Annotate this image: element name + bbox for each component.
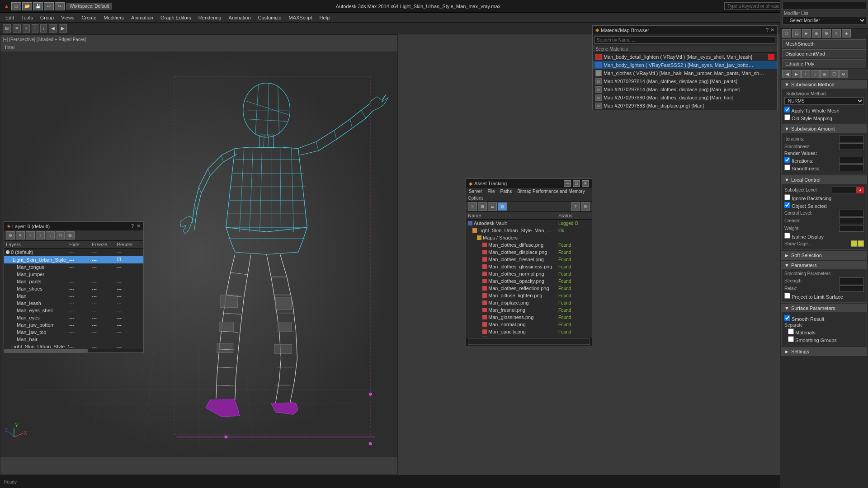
rp-surface-params-header[interactable]: ▼ Surface Parameters	[782, 304, 867, 312]
modifier-meshsmooth[interactable]: MeshSmooth	[782, 39, 866, 48]
menu-graph-editors[interactable]: Graph Editors	[157, 14, 195, 21]
menu-animation2[interactable]: Animation	[225, 14, 255, 21]
menu-views[interactable]: Views	[57, 14, 78, 21]
layer-tb-move[interactable]: ⊞	[66, 231, 75, 239]
rp-smooth-result-label[interactable]: Smooth Result	[784, 316, 824, 322]
viewport-tool-3[interactable]: +	[23, 24, 30, 33]
rp-project-limit-checkbox[interactable]	[784, 293, 790, 299]
rp-old-style-label[interactable]: Old Style Mapping	[784, 116, 832, 121]
at-row-file[interactable]: Light_Skin_Urban_Style_Man_max_vray.max …	[466, 227, 592, 234]
viewport-tool-2[interactable]: ✕	[13, 24, 21, 33]
layer-row-13[interactable]: Light_Skin_Urban_Style_Man ---------	[4, 343, 143, 348]
open-btn[interactable]: 📂	[22, 2, 32, 10]
layer-row-3[interactable]: Man_jumper ---------	[4, 271, 143, 278]
layer-scrollbar[interactable]	[4, 349, 143, 352]
layer-tb-add[interactable]: +	[26, 231, 35, 239]
rp-ignore-backfacing-label[interactable]: Ignore Backfacing	[784, 196, 831, 201]
layer-tb-delete[interactable]: ✕	[16, 231, 25, 239]
rp-nav-7[interactable]: ⊗	[839, 70, 848, 78]
rp-project-limit-label[interactable]: Project to Limit Surface	[784, 294, 843, 300]
rp-icon-modifier[interactable]: ≡	[832, 29, 841, 38]
at-tb-help[interactable]: ?	[571, 202, 580, 211]
menu-tools[interactable]: Tools	[18, 14, 37, 21]
rp-apply-mesh-label[interactable]: Apply To Whole Mesh	[784, 108, 840, 113]
rp-subobject-btn[interactable]: ▲	[857, 187, 864, 193]
rp-render-iter-checkbox[interactable]	[784, 157, 790, 163]
layer-row-10[interactable]: Man_jaw_bottom ---------	[4, 321, 143, 328]
menu-group[interactable]: Group	[37, 14, 58, 21]
modifier-displacement[interactable]: DisplacementMod	[782, 49, 866, 58]
menu-edit[interactable]: Edit	[2, 14, 18, 21]
menu-rendering[interactable]: Rendering	[195, 14, 225, 21]
layer-row-12[interactable]: Man_hair ---------	[4, 336, 143, 343]
layer-tb-up[interactable]: ↑	[36, 231, 45, 239]
layer-row-11[interactable]: Man_jaw_top ---------	[4, 328, 143, 336]
viewport-tool-7[interactable]: ▶	[59, 24, 67, 33]
rp-control-level-input[interactable]: 0	[839, 210, 864, 216]
rp-render-smooth-input[interactable]: 2.0	[839, 164, 864, 171]
at-row-6[interactable]: Man_clothes_glossiness.png Found	[466, 263, 592, 270]
menu-create[interactable]: Create	[78, 14, 100, 21]
at-row-10[interactable]: Man_diffuse_lighten.png Found	[466, 292, 592, 299]
layer-row-6[interactable]: Man ---------	[4, 292, 143, 300]
rp-icon-utilities[interactable]: ⚙	[822, 29, 831, 38]
rp-modifier-dropdown[interactable]: -- Select Modifier --	[782, 17, 866, 24]
rp-iterations-input[interactable]: 0	[839, 136, 864, 142]
rp-weight-input[interactable]: 1.0	[839, 225, 864, 232]
at-close-btn[interactable]: ✕	[582, 180, 589, 187]
at-tb-4[interactable]: ▦	[498, 202, 507, 211]
at-menu-server[interactable]: Server	[466, 188, 485, 195]
layer-close-btn[interactable]: ✕	[137, 223, 141, 229]
rp-isoline-checkbox[interactable]	[784, 233, 790, 239]
rp-subdivision-method-header[interactable]: ▼ Subdivision Method	[782, 80, 867, 89]
at-row-4[interactable]: Man_clothes_displace.png Found	[466, 249, 592, 256]
workspace-selector[interactable]: Workspace: Default	[66, 3, 112, 9]
rp-nav-4[interactable]: ↓	[811, 70, 820, 78]
mb-search-input[interactable]	[594, 36, 775, 44]
mb-item-3[interactable]: Man_clothes ( VRayMtl ) [Man_hair, Man_j…	[593, 69, 777, 77]
at-tb-1[interactable]: ≡	[468, 202, 477, 211]
layer-tb-select[interactable]: ◻	[56, 231, 65, 239]
at-tb-3[interactable]: ☰	[488, 202, 497, 211]
at-row-15[interactable]: Man_opacity.png Found	[466, 328, 592, 335]
at-row-14[interactable]: Man_normal.png Found	[466, 321, 592, 328]
rp-local-control-header[interactable]: ▼ Local Control	[782, 176, 867, 184]
rp-render-iter-label[interactable]: Iterations:	[784, 157, 813, 164]
layer-row-0[interactable]: 0 (default) ---------	[4, 249, 143, 256]
rp-render-iter-input[interactable]: 2	[839, 157, 864, 164]
rp-nav-2[interactable]: ▶	[792, 70, 801, 78]
mb-item-1[interactable]: Man_body_detail_lighten ( VRayMtl ) [Man…	[593, 53, 777, 61]
rp-settings-header[interactable]: ► Settings	[782, 347, 867, 356]
mb-item-5[interactable]: M Map #2070297814 (Man_clothes_displace.…	[593, 85, 777, 94]
at-menu-paths[interactable]: Paths	[498, 188, 515, 195]
viewport-tool-1[interactable]: ⊞	[3, 24, 11, 33]
new-btn[interactable]: □	[11, 2, 21, 10]
mb-item-2[interactable]: Man_body_lighten ( VRayFastSSS2 ) [Man_e…	[593, 61, 777, 69]
mb-help-btn[interactable]: ?	[766, 27, 769, 33]
rp-cage-color-2[interactable]	[858, 240, 864, 247]
rp-method-dropdown[interactable]: NURMS	[784, 97, 864, 105]
mb-item-6[interactable]: M Map #2070297880 (Man_clothes_displace.…	[593, 94, 777, 102]
redo-btn[interactable]: ↪	[55, 2, 65, 10]
at-row-maps-folder[interactable]: Maps / Shaders	[466, 234, 592, 241]
layer-tb-settings[interactable]: ⚙	[6, 231, 15, 239]
layer-row-5[interactable]: Man_shoes ---------	[4, 285, 143, 292]
at-row-8[interactable]: Man_clothes_opacity.png Found	[466, 277, 592, 285]
rp-strength-input[interactable]: 0.5	[839, 277, 864, 284]
layer-help-btn[interactable]: ?	[131, 223, 134, 229]
rp-object-selected-checkbox[interactable]	[784, 202, 790, 208]
at-minimize-btn[interactable]: —	[564, 180, 571, 187]
at-row-9[interactable]: Man_clothes_reflection.png Found	[466, 285, 592, 292]
at-tb-2[interactable]: ⊞	[478, 202, 487, 211]
layer-row-2[interactable]: Man_tongue ---------	[4, 263, 143, 271]
rp-smoothing-groups-checkbox[interactable]	[788, 336, 794, 342]
mb-item-4[interactable]: M Map #2070297814 (Man_clothes_displace.…	[593, 77, 777, 85]
rp-nav-6[interactable]: ☐	[830, 70, 839, 78]
rp-materials-checkbox[interactable]	[788, 328, 794, 334]
rp-smoothness-input[interactable]: 1.0	[839, 143, 864, 150]
rp-render-smooth-checkbox[interactable]	[784, 164, 790, 170]
mb-item-7[interactable]: M Map #2070297883 (Man_displace.png) [Ma…	[593, 102, 777, 110]
menu-customize[interactable]: Customize	[255, 14, 285, 21]
rp-icon-hierarchy[interactable]: ⊕	[812, 29, 821, 38]
rp-subobject-input[interactable]: 0	[832, 187, 857, 193]
